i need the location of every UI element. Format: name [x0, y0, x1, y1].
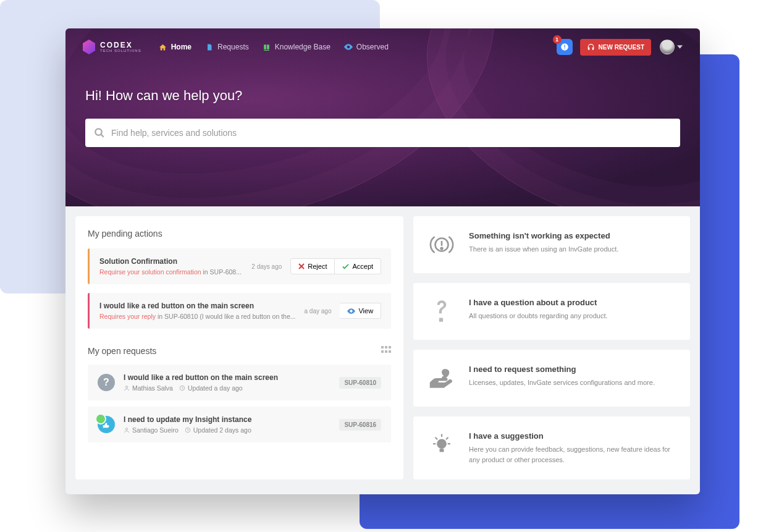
warning-icon: [428, 231, 455, 258]
logo-mark-icon: [83, 40, 95, 54]
topbar: CODEX TECH SOLUTIONS Home Requests: [65, 28, 700, 65]
headset-icon: [587, 43, 595, 51]
svg-point-13: [125, 386, 127, 388]
svg-rect-2: [564, 48, 565, 49]
x-icon: [298, 263, 305, 269]
nav-observed[interactable]: Observed: [344, 43, 389, 51]
open-section-title: My open requests: [88, 346, 156, 356]
notifications-button[interactable]: 1: [557, 39, 573, 55]
nav-knowledge-base[interactable]: Knowledge Base: [263, 43, 331, 51]
search-bar[interactable]: [85, 119, 680, 147]
nav-kb-label: Knowledge Base: [275, 43, 331, 51]
document-icon: [205, 43, 214, 51]
category-desc: Here you can provide feedback, suggestio…: [469, 444, 675, 465]
category-desc: There is an issue when using an InvGate …: [469, 244, 618, 255]
user-icon: [124, 427, 130, 433]
request-author: Santiago Sueiro: [124, 426, 179, 434]
pending-action-card: Solution Confirmation Requirse your solu…: [88, 248, 391, 284]
reject-button[interactable]: Reject: [290, 258, 335, 274]
chevron-down-icon: [677, 45, 683, 49]
category-title: Something isn't working as expected: [469, 231, 618, 240]
question-mark-icon: [428, 298, 455, 325]
request-id-badge: SUP-60816: [339, 419, 381, 431]
svg-point-3: [95, 129, 102, 135]
question-icon: ?: [98, 374, 115, 391]
category-suggestion[interactable]: I have a suggestion Here you can provide…: [413, 416, 690, 479]
check-icon: [342, 264, 349, 269]
nav-requests-label: Requests: [217, 43, 249, 51]
category-title: I have a question about a product: [469, 298, 607, 307]
eye-icon: [347, 308, 355, 314]
logo-text: CODEX TECH SOLUTIONS: [100, 41, 141, 53]
svg-line-26: [446, 437, 448, 440]
brand-name: CODEX: [100, 41, 141, 49]
request-updated: Updated 2 days ago: [185, 426, 251, 434]
alert-icon: [560, 43, 569, 51]
svg-rect-12: [389, 350, 391, 353]
pending-time: a day ago: [305, 308, 332, 315]
svg-point-19: [441, 248, 443, 250]
svg-rect-11: [385, 350, 387, 353]
main-nav: Home Requests Knowledge Base: [159, 43, 389, 51]
accept-button[interactable]: Accept: [335, 258, 381, 274]
app-window: CODEX TECH SOLUTIONS Home Requests: [65, 28, 700, 494]
hero-banner: CODEX TECH SOLUTIONS Home Requests: [65, 28, 700, 206]
avatar: [660, 40, 675, 54]
svg-point-15: [125, 428, 127, 430]
category-desc: Licenses, updates, InvGate services conf…: [469, 378, 655, 388]
open-request-card[interactable]: I need to update my Insight instance San…: [88, 407, 391, 442]
svg-line-25: [436, 437, 438, 440]
pending-subtitle: Requirse your solution confirmation in S…: [99, 268, 243, 276]
user-menu[interactable]: [660, 40, 683, 54]
right-panel: Something isn't working as expected Ther…: [413, 216, 690, 479]
view-button[interactable]: View: [340, 303, 381, 319]
search-input[interactable]: [111, 128, 672, 138]
left-panel: My pending actions Solution Confirmation…: [75, 216, 403, 479]
lightbulb-icon: [428, 431, 455, 458]
request-title: I need to update my Insight instance: [124, 415, 331, 424]
category-title: I have a suggestion: [469, 431, 675, 441]
book-icon: [263, 43, 271, 51]
nav-requests[interactable]: Requests: [205, 43, 249, 51]
svg-rect-8: [385, 346, 387, 348]
eye-icon: [344, 43, 353, 51]
request-updated: Updated a day ago: [179, 384, 243, 392]
clock-icon: [179, 385, 185, 391]
hero-title: Hi! How can we help you?: [85, 88, 680, 104]
search-icon: [94, 127, 105, 138]
category-issue[interactable]: Something isn't working as expected Ther…: [413, 216, 690, 273]
pending-section-title: My pending actions: [88, 229, 391, 239]
svg-rect-1: [564, 45, 565, 48]
svg-rect-10: [381, 350, 384, 353]
brand-logo[interactable]: CODEX TECH SOLUTIONS: [83, 40, 141, 54]
clock-icon: [185, 427, 191, 433]
svg-line-4: [101, 134, 104, 137]
new-request-button[interactable]: NEW REQUEST: [580, 39, 651, 56]
request-id-badge: SUP-60810: [339, 377, 381, 389]
pending-title: I would like a red button on the main sc…: [99, 302, 296, 310]
new-request-label: NEW REQUEST: [599, 44, 644, 51]
pending-time: 2 days ago: [251, 263, 282, 270]
user-icon: [124, 385, 130, 391]
svg-rect-7: [381, 346, 384, 348]
hand-holding-icon: [428, 365, 455, 392]
category-desc: All questions or doubts regarding any pr…: [469, 311, 607, 321]
category-question[interactable]: I have a question about a product All qu…: [413, 283, 690, 340]
svg-point-20: [437, 439, 447, 449]
grid-view-toggle[interactable]: [381, 346, 391, 356]
category-request[interactable]: I need to request something Licenses, up…: [413, 350, 690, 407]
notification-badge: 1: [553, 35, 562, 44]
hand-icon: [98, 416, 115, 433]
pending-title: Solution Confirmation: [99, 257, 243, 266]
category-title: I need to request something: [469, 365, 655, 374]
nav-home-label: Home: [171, 43, 192, 51]
open-request-card[interactable]: ? I would like a red button on the main …: [88, 365, 391, 400]
svg-rect-21: [440, 449, 444, 452]
nav-home[interactable]: Home: [159, 43, 192, 51]
pending-subtitle: Requires your reply in SUP-60810 (I woul…: [99, 313, 296, 320]
home-icon: [159, 43, 167, 51]
request-author: Mathias Salva: [124, 384, 173, 392]
nav-observed-label: Observed: [356, 43, 389, 51]
brand-tagline: TECH SOLUTIONS: [100, 49, 141, 53]
pending-action-card: I would like a red button on the main sc…: [88, 293, 391, 329]
